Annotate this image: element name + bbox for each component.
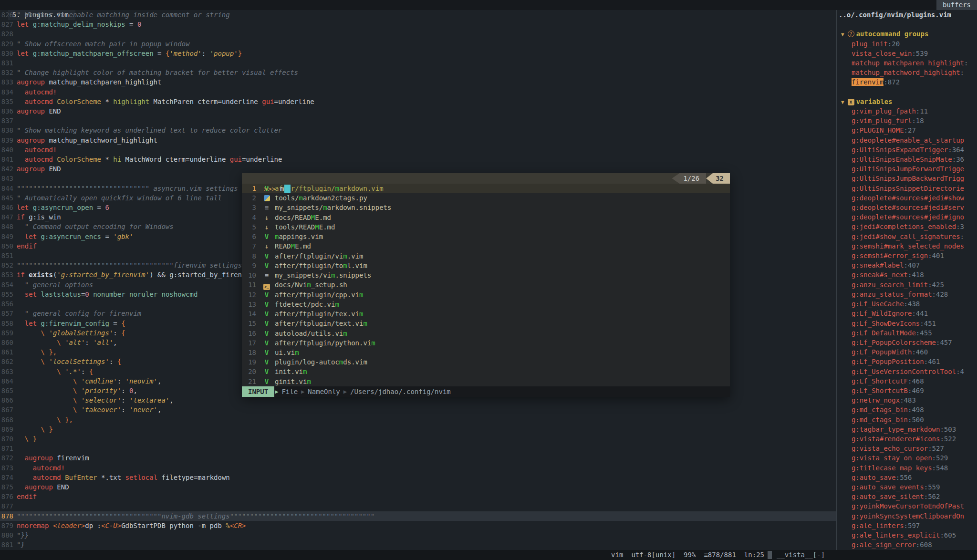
vista-item[interactable]: g:sneak#s_next:418: [837, 270, 977, 280]
vista-item[interactable]: g:UltiSnipsJumpBackwardTrigg: [837, 174, 977, 183]
result-row[interactable]: 9Vafter/ftplugin/toml.vim: [242, 261, 730, 270]
vista-item[interactable]: matchup_matchword_highlight:: [837, 68, 977, 77]
vista-item[interactable]: g:auto_save:556: [837, 473, 977, 482]
code-line[interactable]: 833augroup matchup_matchparen_highlight: [0, 77, 836, 87]
vista-item[interactable]: g:ale_sign_error:608: [837, 540, 977, 550]
code-line[interactable]: 837: [0, 116, 836, 125]
code-line[interactable]: 832" Change highlight color of matching …: [0, 68, 836, 77]
vista-item[interactable]: g:Lf_UseCache:438: [837, 299, 977, 309]
vista-item[interactable]: g:UltiSnipsSnippetDirectorie: [837, 184, 977, 193]
vista-item[interactable]: vista_close_win:539: [837, 49, 977, 58]
code-line[interactable]: 834 autocmd!: [0, 87, 836, 97]
vista-item[interactable]: firenvim:872: [837, 77, 977, 87]
code-line[interactable]: 874 autocmd BufEnter *.txt setlocal file…: [0, 473, 836, 482]
result-row[interactable]: 12Vafter/ftplugin/cpp.vim: [242, 290, 730, 300]
vista-item[interactable]: g:ale_linters:597: [837, 521, 977, 530]
result-row[interactable]: 10≡my_snippets/vim.snippets: [242, 270, 730, 280]
code-line[interactable]: 827let g:matchup_delim_noskips = 0: [0, 20, 836, 29]
result-row[interactable]: 13Vftdetect/pdc.vim: [242, 300, 730, 309]
code-line[interactable]: 867 \ 'takeover': 'never',: [0, 405, 836, 415]
vista-item[interactable]: g:Lf_ShortcutF:468: [837, 376, 977, 386]
code-line[interactable]: 872 augroup firenvim: [0, 453, 836, 463]
code-line[interactable]: 840 autocmd!: [0, 145, 836, 155]
result-row[interactable]: 11>_docs/Nvim_setup.sh: [242, 280, 730, 290]
search-query[interactable]: m: [280, 185, 284, 193]
vista-group-header[interactable]: ▼xvariables: [837, 97, 977, 106]
vista-item[interactable]: g:UltiSnipsEnableSnipMate:36: [837, 155, 977, 164]
vista-item[interactable]: g:vista_stay_on_open:529: [837, 453, 977, 463]
code-line[interactable]: 879nnoremap <leader>dp :<C-U>GdbStartPDB…: [0, 521, 836, 530]
code-line[interactable]: 869 \ }: [0, 425, 836, 434]
result-row[interactable]: 21Vginit.vim: [242, 377, 730, 386]
vista-item[interactable]: g:vim_plug_fpath:11: [837, 106, 977, 116]
code-line[interactable]: 881"}: [0, 540, 836, 550]
result-row[interactable]: 14Vafter/ftplugin/tex.vim: [242, 309, 730, 319]
code-line[interactable]: 868 \ },: [0, 415, 836, 425]
vista-item[interactable]: g:deoplete#sources#jedi#serv: [837, 203, 977, 212]
code-line[interactable]: 829" Show offscreen match pair in popup …: [0, 39, 836, 49]
result-row-selected[interactable]: 1Vafter/ftplugin/markdown.vim: [242, 184, 730, 193]
code-line[interactable]: 880"}}: [0, 530, 836, 540]
result-row[interactable]: 20Vinit.vim: [242, 367, 730, 376]
code-line[interactable]: 876endif: [0, 492, 836, 501]
vista-item[interactable]: g:Lf_DefaultMode:455: [837, 328, 977, 338]
vista-item[interactable]: g:vista#renderer#icons:522: [837, 434, 977, 444]
vista-group-header[interactable]: ▼?autocommand groups: [837, 29, 977, 39]
buffers-tab-label[interactable]: buffers: [936, 0, 977, 10]
vista-item[interactable]: g:yoinkSyncSystemClipboardOn: [837, 511, 977, 521]
code-line[interactable]: 873 autocmd!: [0, 463, 836, 473]
vista-item[interactable]: g:deoplete#sources#jedi#igno: [837, 212, 977, 222]
vista-item[interactable]: g:anzu_status_format:428: [837, 290, 977, 299]
code-line[interactable]: 877: [0, 501, 836, 511]
vista-item[interactable]: g:vista_echo_cursor:527: [837, 444, 977, 453]
vista-item[interactable]: plug_init:20: [837, 39, 977, 49]
collapse-arrow-icon[interactable]: ▼: [841, 99, 844, 105]
result-row[interactable]: 7↓README.md: [242, 241, 730, 251]
code-line[interactable]: 878""""""""""""""""""""""""""""""""""""n…: [0, 511, 836, 521]
code-line[interactable]: 836augroup END: [0, 106, 836, 116]
code-line[interactable]: 835 autocmd ColorScheme * highlight Matc…: [0, 97, 836, 106]
vista-item[interactable]: g:yoinkMoveCursorToEndOfPast: [837, 501, 977, 511]
result-row[interactable]: 8Vafter/ftplugin/vim.vim: [242, 251, 730, 261]
result-row[interactable]: 5↓tools/README.md: [242, 222, 730, 232]
vista-item[interactable]: g:Lf_WildIgnore:441: [837, 309, 977, 318]
vista-item[interactable]: g:deoplete#enable_at_startup: [837, 135, 977, 145]
vista-item[interactable]: g:anzu_search_limit:425: [837, 280, 977, 290]
leaderf-prompt[interactable]: >>>m 1/26 32: [242, 173, 730, 184]
code-line[interactable]: 870 \ }: [0, 434, 836, 444]
vista-item[interactable]: g:jedi#show_call_signatures:: [837, 232, 977, 241]
vista-item[interactable]: g:md_ctags_bin:498: [837, 405, 977, 415]
result-row[interactable]: 6Vmappings.vim: [242, 232, 730, 241]
vista-item[interactable]: g:netrw_nogx:483: [837, 395, 977, 405]
vista-item[interactable]: g:PLUGIN_HOME:27: [837, 125, 977, 135]
vista-item[interactable]: g:UltiSnipsExpandTrigger:364: [837, 145, 977, 155]
vista-item[interactable]: g:Lf_PopupWidth:460: [837, 347, 977, 357]
code-line[interactable]: 839augroup matchup_matchword_highlight: [0, 135, 836, 145]
vista-item[interactable]: g:sneak#label:407: [837, 260, 977, 270]
vista-item[interactable]: g:UltiSnipsJumpForwardTrigge: [837, 164, 977, 174]
vista-item[interactable]: g:semshi#error_sign:401: [837, 251, 977, 260]
result-row[interactable]: 17Vafter/ftplugin/python.vim: [242, 338, 730, 348]
vista-item[interactable]: g:jedi#completions_enabled:3: [837, 222, 977, 231]
vista-item[interactable]: g:Lf_ShowDevIcons:451: [837, 319, 977, 328]
vista-item[interactable]: matchup_matchparen_highlight:: [837, 58, 977, 68]
code-line[interactable]: 875 augroup END: [0, 482, 836, 492]
result-row[interactable]: 3≡my_snippets/markdown.snippets: [242, 203, 730, 212]
collapse-arrow-icon[interactable]: ▼: [841, 31, 844, 38]
result-row[interactable]: 15Vafter/ftplugin/text.vim: [242, 319, 730, 328]
code-line[interactable]: 838" Show matching keyword as underlined…: [0, 125, 836, 135]
code-line[interactable]: 828: [0, 29, 836, 39]
vista-item[interactable]: g:Lf_UseVersionControlTool:4: [837, 367, 977, 376]
vista-sidebar[interactable]: ..o/.config/nvim/plugins.vim▼?autocomman…: [836, 10, 977, 550]
code-line[interactable]: 842augroup END: [0, 164, 836, 174]
vista-item[interactable]: g:auto_save_silent:562: [837, 492, 977, 501]
code-line[interactable]: 866 \ 'selector': 'textarea',: [0, 395, 836, 405]
vista-item[interactable]: g:vim_plug_furl:18: [837, 116, 977, 125]
code-line[interactable]: 831: [0, 58, 836, 68]
result-row[interactable]: 4↓docs/README.md: [242, 213, 730, 222]
code-line[interactable]: 830let g:matchup_matchparen_offscreen = …: [0, 49, 836, 58]
code-line[interactable]: 841 autocmd ColorScheme * hi MatchWord c…: [0, 155, 836, 164]
vista-item[interactable]: g:titlecase_map_keys:548: [837, 463, 977, 473]
vista-item[interactable]: g:semshi#mark_selected_nodes: [837, 241, 977, 251]
result-row[interactable]: 18Vui.vim: [242, 348, 730, 357]
